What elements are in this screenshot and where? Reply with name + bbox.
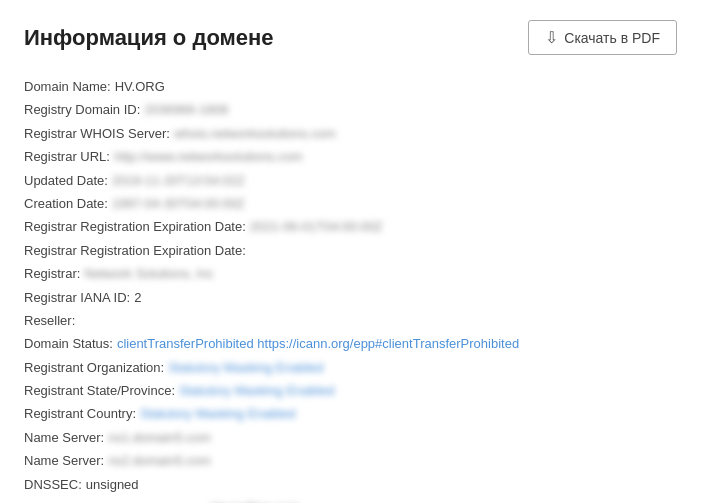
whois-row: Domain Status: clientTransferProhibited … bbox=[24, 332, 677, 355]
whois-label: Registrar: bbox=[24, 262, 80, 285]
download-label: Скачать в PDF bbox=[564, 30, 660, 46]
whois-label: Creation Date: bbox=[24, 192, 108, 215]
page-title: Информация о домене bbox=[24, 25, 274, 51]
whois-value: Statutory Masking Enabled bbox=[168, 356, 323, 379]
whois-row: Registrant Country: Statutory Masking En… bbox=[24, 402, 677, 425]
whois-row: Registrant State/Province: Statutory Mas… bbox=[24, 379, 677, 402]
whois-label: Reseller: bbox=[24, 309, 75, 332]
whois-label: Registrar URL: bbox=[24, 145, 110, 168]
whois-row: Registrar: Network Solutions, Inc bbox=[24, 262, 677, 285]
whois-label: Registrar Registration Expiration Date: bbox=[24, 215, 246, 238]
whois-table: Domain Name: HV.ORGRegistry Domain ID: 2… bbox=[24, 75, 677, 503]
whois-label: Registrar Registration Expiration Date: bbox=[24, 239, 246, 262]
page-header: Информация о домене ⇩ Скачать в PDF bbox=[24, 20, 677, 55]
whois-value: ns1.domain5.com bbox=[108, 426, 211, 449]
whois-label: Registrar IANA ID: bbox=[24, 286, 130, 309]
whois-row: Registrar WHOIS Server: whois.networksol… bbox=[24, 122, 677, 145]
whois-value: http://www.networksolutions.com bbox=[114, 145, 303, 168]
whois-row: Registrar IANA ID: 2 bbox=[24, 286, 677, 309]
whois-label: Updated Date: bbox=[24, 169, 108, 192]
whois-value: ns2.domain5.com bbox=[108, 449, 211, 472]
whois-row: Updated Date: 2019-11-20T13:54:02Z bbox=[24, 169, 677, 192]
whois-label: Registrar Abuse Contact Email: bbox=[24, 496, 205, 503]
whois-value: Statutory Masking Enabled bbox=[179, 379, 334, 402]
whois-label: Registrant Country: bbox=[24, 402, 136, 425]
whois-label: Registrar WHOIS Server: bbox=[24, 122, 170, 145]
whois-value: clientTransferProhibited https://icann.o… bbox=[117, 332, 519, 355]
whois-row: Registrar URL: http://www.networksolutio… bbox=[24, 145, 677, 168]
whois-value: 2019-11-20T13:54:02Z bbox=[112, 169, 245, 192]
whois-row: Name Server: ns2.domain5.com bbox=[24, 449, 677, 472]
whois-value: whois.networksolutions.com bbox=[174, 122, 336, 145]
whois-row: Registrar Abuse Contact Email: abuse@ns.… bbox=[24, 496, 677, 503]
whois-row: Creation Date: 1997-04-30T04:00:00Z bbox=[24, 192, 677, 215]
whois-value: Network Solutions, Inc bbox=[84, 262, 213, 285]
whois-row: Domain Name: HV.ORG bbox=[24, 75, 677, 98]
whois-row: Reseller: bbox=[24, 309, 677, 332]
whois-row: Registrar Registration Expiration Date: bbox=[24, 239, 677, 262]
whois-value: 2021-06-01T04:00:00Z bbox=[250, 215, 383, 238]
whois-value: 2036966-1808 bbox=[144, 98, 228, 121]
whois-value: unsigned bbox=[86, 473, 139, 496]
whois-label: Domain Name: bbox=[24, 75, 111, 98]
whois-row: Registrant Organization: Statutory Maski… bbox=[24, 356, 677, 379]
whois-row: Registrar Registration Expiration Date: … bbox=[24, 215, 677, 238]
whois-label: Name Server: bbox=[24, 426, 104, 449]
download-icon: ⇩ bbox=[545, 28, 558, 47]
whois-value: Statutory Masking Enabled bbox=[140, 402, 295, 425]
download-pdf-button[interactable]: ⇩ Скачать в PDF bbox=[528, 20, 677, 55]
whois-value: HV.ORG bbox=[115, 75, 165, 98]
whois-row: DNSSEC: unsigned bbox=[24, 473, 677, 496]
whois-label: Name Server: bbox=[24, 449, 104, 472]
whois-value: 1997-04-30T04:00:00Z bbox=[112, 192, 245, 215]
whois-value: 2 bbox=[134, 286, 141, 309]
whois-value: abuse@ns.com bbox=[209, 496, 300, 503]
whois-label: DNSSEC: bbox=[24, 473, 82, 496]
whois-label: Registrant State/Province: bbox=[24, 379, 175, 402]
whois-label: Registry Domain ID: bbox=[24, 98, 140, 121]
whois-label: Domain Status: bbox=[24, 332, 113, 355]
whois-row: Name Server: ns1.domain5.com bbox=[24, 426, 677, 449]
whois-row: Registry Domain ID: 2036966-1808 bbox=[24, 98, 677, 121]
whois-label: Registrant Organization: bbox=[24, 356, 164, 379]
